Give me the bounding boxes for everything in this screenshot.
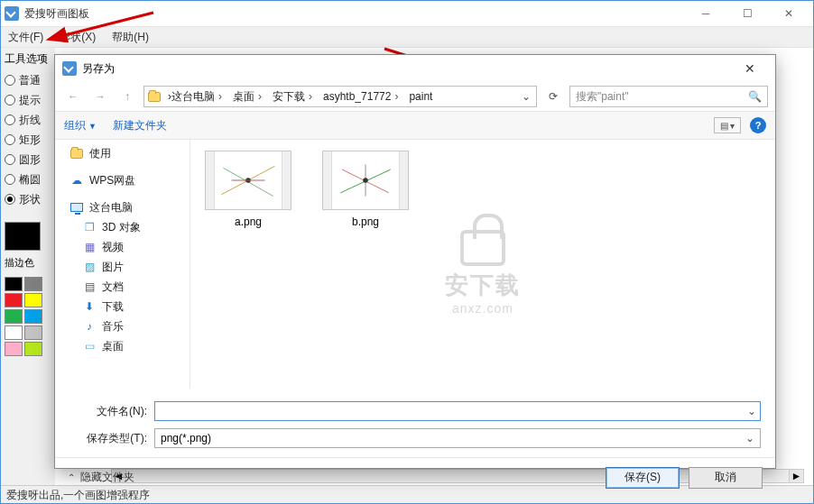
close-button[interactable]: ✕: [768, 1, 809, 26]
organize-menu[interactable]: 组织▼: [64, 118, 97, 133]
swatch[interactable]: [5, 325, 23, 340]
file-label: b.png: [320, 215, 411, 228]
search-icon: 🔍: [748, 90, 762, 103]
chevron-up-icon: ⌃: [68, 472, 75, 482]
left-panel: 工具选项 普通 提示 折线 矩形 圆形 椭圆 形状 描边色: [1, 48, 55, 485]
file-label: a.png: [203, 215, 293, 228]
menu-help[interactable]: 帮助(H): [112, 30, 149, 45]
lock-icon: [460, 230, 505, 266]
nav-up-button[interactable]: ↑: [116, 86, 138, 107]
filename-label: 文件名(N):: [69, 404, 147, 419]
tree-item-3d[interactable]: ❒3D 对象: [55, 217, 190, 237]
file-item-b[interactable]: b.png: [320, 151, 411, 228]
main-titlebar: 爱搜呀画图板 ─ ☐ ✕: [1, 1, 813, 26]
folder-tree[interactable]: 使用 ☁WPS网盘 这台电脑 ❒3D 对象 ▦视频 ▨图片 ▤文档 ⬇下载 ♪音…: [55, 140, 190, 389]
search-placeholder: 搜索"paint": [576, 89, 629, 105]
stroke-color-label: 描边色: [5, 256, 51, 270]
dialog-footer: ⌃ 隐藏文件夹 保存(S) 取消: [55, 457, 775, 497]
nav-back-button[interactable]: ←: [62, 86, 84, 107]
shape-option-normal[interactable]: 普通: [5, 70, 51, 90]
folder-icon: [146, 92, 162, 102]
chevron-down-icon[interactable]: ⌄: [747, 405, 756, 417]
search-input[interactable]: 搜索"paint" 🔍: [569, 86, 768, 107]
menu-file[interactable]: 文件(F): [8, 30, 43, 45]
breadcrumb-item[interactable]: › 这台电脑›: [162, 87, 227, 106]
menubar: 文件(F) 形状(X) 帮助(H): [1, 26, 813, 48]
help-icon[interactable]: ?: [750, 117, 766, 133]
file-pane[interactable]: a.png b.png 安下载 anxz.com: [190, 140, 775, 389]
swatch[interactable]: [5, 293, 23, 307]
filename-input[interactable]: ⌄: [154, 401, 761, 421]
tree-item-use[interactable]: 使用: [55, 143, 190, 163]
filetype-select[interactable]: png(*.png) ⌄: [154, 428, 761, 448]
breadcrumb-item[interactable]: asyhtb_71772›: [318, 87, 403, 106]
save-as-dialog: 另存为 ✕ ← → ↑ › 这台电脑› 桌面› 安下载› asyhtb_7177…: [54, 54, 776, 469]
breadcrumb-dropdown-icon[interactable]: ⌄: [518, 90, 534, 103]
dialog-close-button[interactable]: ✕: [732, 56, 768, 81]
save-button[interactable]: 保存(S): [606, 467, 680, 489]
swatch[interactable]: [24, 325, 42, 340]
save-fields: 文件名(N): ⌄ 保存类型(T): png(*.png) ⌄: [55, 389, 775, 457]
swatch[interactable]: [5, 277, 23, 291]
scroll-right-icon[interactable]: ►: [789, 470, 803, 482]
swatch[interactable]: [24, 342, 42, 356]
color-palette: [5, 277, 51, 356]
tree-item-wps[interactable]: ☁WPS网盘: [55, 170, 190, 190]
shape-option-rect[interactable]: 矩形: [5, 130, 51, 150]
menu-shape[interactable]: 形状(X): [60, 30, 96, 45]
shape-radio-list: 普通 提示 折线 矩形 圆形 椭圆 形状: [5, 70, 51, 209]
shape-option-ellipse[interactable]: 椭圆: [5, 170, 51, 189]
shape-option-circle[interactable]: 圆形: [5, 150, 51, 170]
swatch[interactable]: [24, 293, 42, 307]
tool-options-label: 工具选项: [5, 51, 51, 67]
hide-folders-toggle[interactable]: ⌃ 隐藏文件夹: [68, 470, 134, 485]
new-folder-button[interactable]: 新建文件夹: [113, 118, 167, 133]
swatch[interactable]: [24, 277, 42, 291]
shape-option-shape[interactable]: 形状: [5, 189, 51, 209]
current-color-swatch[interactable]: [5, 222, 41, 251]
chevron-down-icon: ⌄: [745, 432, 754, 444]
app-title: 爱搜呀画图板: [24, 6, 89, 22]
shape-option-polyline[interactable]: 折线: [5, 110, 51, 130]
nav-forward-button: →: [89, 86, 111, 107]
thumbnail-icon: [322, 151, 409, 210]
nav-row: ← → ↑ › 这台电脑› 桌面› 安下载› asyhtb_71772› pai…: [55, 82, 775, 111]
dialog-titlebar: 另存为 ✕: [55, 55, 775, 82]
dialog-title: 另存为: [82, 61, 115, 77]
cancel-button[interactable]: 取消: [689, 467, 763, 489]
file-item-a[interactable]: a.png: [203, 151, 293, 228]
tree-item-doc[interactable]: ▤文档: [55, 277, 190, 297]
tree-item-music[interactable]: ♪音乐: [55, 316, 190, 336]
app-logo-icon: [5, 6, 19, 21]
breadcrumb-bar[interactable]: › 这台电脑› 桌面› 安下载› asyhtb_71772› paint ⌄: [143, 86, 537, 107]
dialog-toolbar: 组织▼ 新建文件夹 ▤ ▾ ?: [55, 111, 775, 140]
refresh-button[interactable]: ⟳: [542, 86, 564, 107]
maximize-button[interactable]: ☐: [726, 1, 768, 26]
watermark: 安下载 anxz.com: [445, 230, 521, 316]
dialog-app-icon: [62, 61, 77, 76]
swatch[interactable]: [5, 342, 23, 356]
tree-item-video[interactable]: ▦视频: [55, 237, 190, 257]
breadcrumb-item[interactable]: 桌面›: [227, 87, 267, 106]
breadcrumb-item[interactable]: 安下载›: [267, 87, 318, 106]
minimize-button[interactable]: ─: [685, 1, 726, 26]
view-options-button[interactable]: ▤ ▾: [714, 117, 741, 133]
swatch[interactable]: [5, 309, 23, 324]
tree-item-download[interactable]: ⬇下载: [55, 297, 190, 316]
filetype-label: 保存类型(T):: [69, 431, 147, 446]
tree-item-desktop[interactable]: ▭桌面: [55, 336, 190, 356]
breadcrumb-item[interactable]: paint: [403, 87, 438, 106]
tree-item-pic[interactable]: ▨图片: [55, 257, 190, 277]
swatch[interactable]: [24, 309, 42, 324]
tree-item-thispc[interactable]: 这台电脑: [55, 197, 190, 217]
svg-point-7: [363, 178, 368, 183]
color-section: 描边色: [5, 222, 51, 356]
shape-option-hint[interactable]: 提示: [5, 90, 51, 110]
thumbnail-icon: [205, 151, 291, 210]
